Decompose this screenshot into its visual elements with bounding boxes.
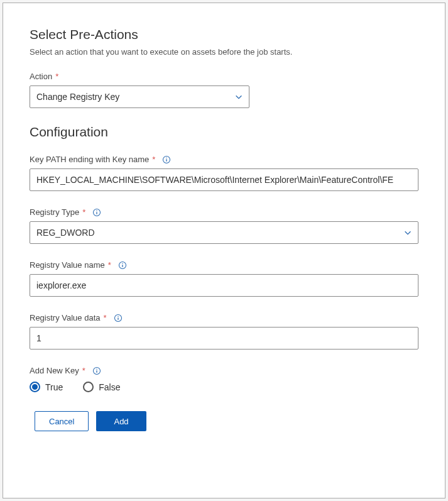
radio-circle-unchecked [83,382,94,392]
registry-value-data-label: Registry Value data [30,313,101,322]
radio-false[interactable]: False [83,382,120,392]
registry-value-name-input[interactable] [30,274,418,297]
registry-value-data-input[interactable] [30,327,418,350]
required-asterisk: * [108,260,111,270]
add-new-key-label: Add New Key [30,366,79,375]
action-select[interactable] [30,85,249,108]
svg-point-14 [96,368,97,369]
add-new-key-group: Add New Key * True False [30,366,418,392]
add-new-key-radio-row: True False [30,382,418,392]
section-subtitle: Select an action that you want to execut… [30,47,418,57]
registry-value-data-label-row: Registry Value data * [30,313,418,322]
info-icon[interactable] [162,155,171,164]
registry-value-name-label-row: Registry Value name * [30,260,418,270]
svg-point-8 [122,263,123,263]
cancel-button[interactable]: Cancel [35,411,89,431]
radio-true[interactable]: True [30,382,63,392]
registry-type-label: Registry Type [30,207,79,217]
key-path-group: Key PATH ending with Key name * [30,155,418,191]
section-title: Select Pre-Actions [30,27,418,42]
button-row: Cancel Add [35,411,418,431]
required-asterisk: * [152,155,155,164]
action-label-row: Action * [30,72,249,81]
info-icon[interactable] [92,208,101,217]
svg-point-5 [97,210,97,211]
action-select-value[interactable] [30,85,249,108]
key-path-label: Key PATH ending with Key name [30,155,149,164]
registry-type-group: Registry Type * [30,207,418,244]
info-icon[interactable] [92,366,101,375]
action-label: Action [30,72,52,81]
radio-false-label: False [99,382,120,392]
registry-value-name-group: Registry Value name * [30,260,418,297]
registry-type-select[interactable] [30,221,418,244]
registry-type-select-value[interactable] [30,221,418,244]
required-asterisk: * [82,366,85,375]
info-icon[interactable] [114,314,123,322]
key-path-label-row: Key PATH ending with Key name * [30,155,418,164]
registry-value-name-label: Registry Value name [30,260,105,270]
action-group: Action * [30,72,249,108]
configuration-title: Configuration [30,124,418,140]
key-path-input[interactable] [30,168,418,191]
svg-point-11 [117,316,118,316]
add-new-key-label-row: Add New Key * [30,366,418,375]
pre-actions-panel: Select Pre-Actions Select an action that… [3,3,445,498]
required-asterisk: * [104,313,107,322]
required-asterisk: * [82,207,85,217]
required-asterisk: * [55,72,58,81]
radio-dot [32,384,38,390]
svg-point-2 [167,157,167,158]
radio-true-label: True [45,382,63,392]
radio-circle-checked [30,382,40,392]
info-icon[interactable] [118,261,127,270]
add-button[interactable]: Add [96,411,146,431]
registry-value-data-group: Registry Value data * [30,313,418,350]
registry-type-label-row: Registry Type * [30,207,418,217]
